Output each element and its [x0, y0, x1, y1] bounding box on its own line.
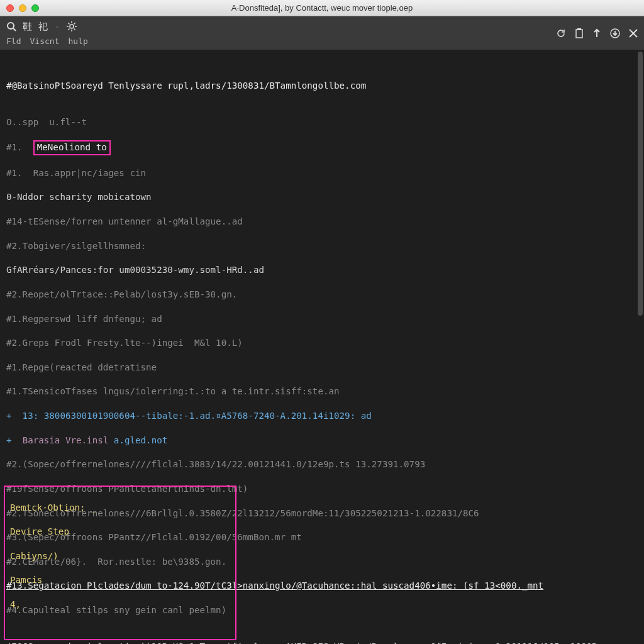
scrollbar[interactable]: [638, 52, 643, 316]
term-line: (70CSess redunsiel rutior))10B-US 0 Temp…: [6, 641, 638, 644]
term-line: + 13: 38006300101900604--tibale:-1.ad.¤A…: [6, 410, 638, 422]
term-line: #@BatsinoPtSoareyd Tenlyssare rupl,ladrs…: [6, 80, 638, 92]
svg-point-0: [8, 23, 14, 29]
svg-line-9: [68, 29, 69, 30]
glyph-icon-2[interactable]: 祀: [38, 21, 48, 33]
term-line: #2.Tobgiver/silgellhsmned:: [6, 240, 638, 252]
clipboard-icon[interactable]: [575, 28, 584, 38]
upload-icon[interactable]: [592, 28, 601, 38]
term-line: #1.Repge(reacted ddetratisne: [6, 362, 638, 374]
term-line: #1.Regperswd liff dnfengu; ad: [6, 313, 638, 325]
svg-line-1: [13, 28, 16, 31]
term-line: #2.(Sopec/offrernelones////flclal.3883/1…: [6, 458, 638, 470]
term-line: 0-Nddor scharity mobicatown: [6, 191, 638, 203]
term-fragment: Barasia Vre.insl: [23, 435, 109, 445]
download-icon[interactable]: [610, 28, 620, 38]
titlebar: A·Donsfiteda], by Contactt, weuc mover t…: [0, 0, 644, 16]
term-line: O..spp u.fl--t: [6, 116, 638, 128]
menu-file[interactable]: Fld: [6, 36, 21, 46]
term-line: GfARréars/Pances:for um00035230-wmy.soml…: [6, 264, 638, 276]
box-line: Pamcis: [10, 574, 230, 586]
menu-hulp[interactable]: hulp: [68, 36, 87, 46]
term-line: #14-tESense/forren untenner al-gMallague…: [6, 216, 638, 228]
svg-point-2: [70, 25, 74, 28]
menu-bar: Fld Viscnt hulp: [6, 36, 88, 46]
window-title: A·Donsfiteda], by Contactt, weuc mover t…: [0, 3, 644, 13]
search-icon[interactable]: [6, 21, 16, 31]
svg-line-7: [68, 23, 69, 24]
box-line: 4,: [10, 599, 230, 611]
terminal-pane[interactable]: #@BatsinoPtSoareyd Tenlyssare rupl,ladrs…: [0, 50, 644, 644]
highlight-box: MeNeoliond to: [33, 140, 111, 155]
refresh-icon[interactable]: [556, 28, 566, 38]
term-line: #2.Reopet/olTrtace::Pelab/lost3y.sEB-30.…: [6, 289, 638, 301]
term-line-prefix: #1.: [6, 142, 33, 152]
menu-viscnt[interactable]: Viscnt: [30, 36, 59, 46]
term-fragment: +: [6, 435, 23, 445]
term-line: #1. Ras.appr|nc/iages cin: [6, 167, 638, 179]
term-line: #2.Greps Frodl Fresty.lte--)ingei M&l 10…: [6, 337, 638, 349]
divider-icon: ·: [54, 21, 60, 33]
term-fragment: a.gled.not: [108, 435, 167, 445]
svg-rect-12: [577, 28, 581, 30]
glyph-icon-1[interactable]: 鞋: [23, 21, 32, 33]
svg-line-10: [74, 23, 75, 24]
svg-rect-11: [576, 30, 582, 38]
svg-line-8: [74, 29, 75, 30]
gear-icon[interactable]: [67, 21, 77, 31]
term-line: #1.TSensicoTfases lngus/iolerring:t.:to …: [6, 386, 638, 397]
box-line: Devire Step: [10, 526, 230, 538]
bottom-highlight-box: Bemtck-Obtion; _ Devire Step Cabiyns/) P…: [4, 486, 236, 640]
box-line: Cabiyns/): [10, 550, 230, 562]
box-line: Bemtck-Obtion; _: [10, 502, 230, 514]
close-icon[interactable]: [629, 29, 638, 38]
toolbar: 鞋 祀 · Fld Viscnt hulp: [0, 16, 644, 50]
